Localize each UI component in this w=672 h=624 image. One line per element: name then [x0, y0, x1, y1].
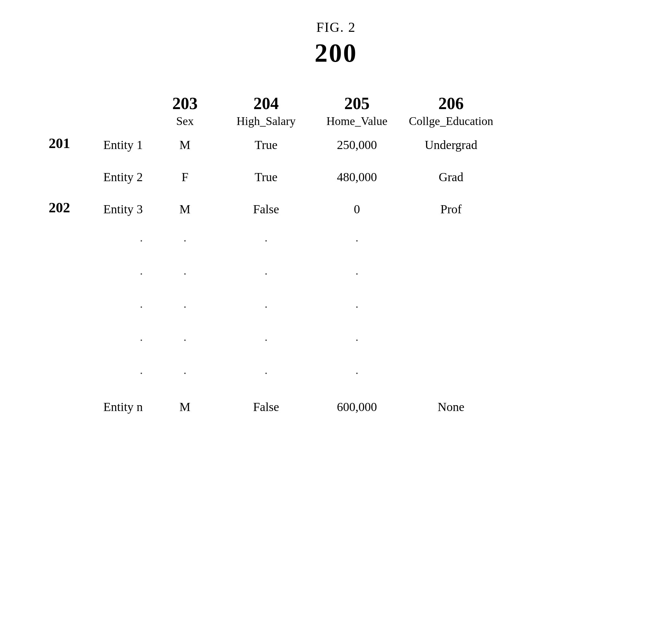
dot-row-3: · · · ·: [52, 300, 646, 314]
row3-sex: M: [149, 202, 221, 216]
dot2-col3: ·: [221, 267, 312, 281]
dot-row-4: · · · ·: [52, 333, 646, 347]
last-row: Entity n M False 600,000 None: [52, 400, 646, 414]
dot5-col3: ·: [221, 367, 312, 380]
row3-homevalue: 0: [312, 202, 402, 216]
row1-education: Undergrad: [402, 138, 500, 152]
dot4-col4: ·: [312, 333, 402, 347]
lastn-education: None: [402, 400, 500, 414]
dot1-col4: ·: [312, 234, 402, 248]
dot3-col4: ·: [312, 300, 402, 314]
dot3-col2: ·: [149, 300, 221, 314]
lastn-salary: False: [221, 400, 312, 414]
dot3-col3: ·: [221, 300, 312, 314]
dot-row-2: · · · ·: [52, 267, 646, 281]
row1-sex: M: [149, 138, 221, 152]
row2-homevalue: 480,000: [312, 170, 402, 184]
dot-row-1: · · · ·: [52, 234, 646, 248]
col204-number: 204: [221, 94, 312, 113]
lastn-entity: Entity n: [104, 400, 143, 414]
page-container: FIG. 2 200 203 Sex 204 High_Salary 205 H…: [0, 0, 672, 624]
lastn-homevalue: 600,000: [312, 400, 402, 414]
dot1-col2: ·: [149, 234, 221, 248]
lastn-sex: M: [149, 400, 221, 414]
row2-salary: True: [221, 170, 312, 184]
header-row: 203 Sex 204 High_Salary 205 Home_Value 2…: [52, 94, 646, 128]
dot5-col4: ·: [312, 367, 402, 380]
row1-homevalue: 250,000: [312, 138, 402, 152]
dot4-col1: ·: [52, 333, 149, 347]
row2-education: Grad: [402, 170, 500, 184]
row3-education: Prof: [402, 202, 500, 216]
dot1-col3: ·: [221, 234, 312, 248]
table-row: 201 Entity 1 M True 250,000 Undergrad: [52, 138, 646, 152]
col205-label: Home_Value: [312, 114, 402, 128]
row3-label: 202 Entity 3: [52, 202, 149, 216]
col203-label: Sex: [149, 114, 221, 128]
dot1-col1: ·: [52, 234, 149, 248]
col206-label: Collge_Education: [402, 114, 500, 128]
row2-entity: Entity 2: [104, 170, 143, 184]
table-row: Entity 2 F True 480,000 Grad: [52, 170, 646, 184]
row1-entity: Entity 1: [104, 138, 143, 152]
col206-number: 206: [402, 94, 500, 113]
dot4-col3: ·: [221, 333, 312, 347]
table-area: 203 Sex 204 High_Salary 205 Home_Value 2…: [26, 94, 646, 414]
col203-number: 203: [149, 94, 221, 113]
col-sex-header: 203 Sex: [149, 94, 221, 128]
dot-row-5: · · · ·: [52, 367, 646, 380]
table-row: 202 Entity 3 M False 0 Prof: [52, 202, 646, 216]
dot2-col2: ·: [149, 267, 221, 281]
dot5-col2: ·: [149, 367, 221, 380]
figure-label: FIG. 2: [26, 20, 646, 35]
col205-number: 205: [312, 94, 402, 113]
dot3-col1: ·: [52, 300, 149, 314]
row1-salary: True: [221, 138, 312, 152]
col-salary-header: 204 High_Salary: [221, 94, 312, 128]
row1-label: 201 Entity 1: [52, 138, 149, 152]
col-education-header: 206 Collge_Education: [402, 94, 500, 128]
dot2-col1: ·: [52, 267, 149, 281]
lastn-label: Entity n: [52, 400, 149, 414]
row2-sex: F: [149, 170, 221, 184]
row3-salary: False: [221, 202, 312, 216]
row3-entity: Entity 3: [104, 202, 143, 216]
dot5-col1: ·: [52, 367, 149, 380]
row2-label: Entity 2: [52, 170, 149, 184]
col204-label: High_Salary: [221, 114, 312, 128]
row1-number: 201: [49, 135, 70, 152]
dot4-col2: ·: [149, 333, 221, 347]
dot2-col4: ·: [312, 267, 402, 281]
row3-number: 202: [49, 199, 70, 216]
figure-number: 200: [26, 38, 646, 68]
col-homevalue-header: 205 Home_Value: [312, 94, 402, 128]
